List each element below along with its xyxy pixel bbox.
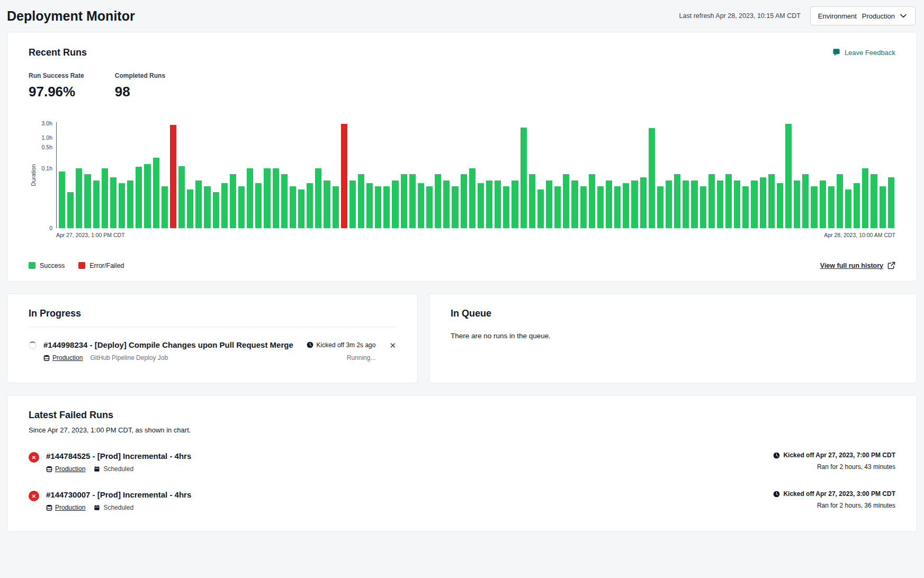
chart-bar-success[interactable]: [383, 186, 390, 228]
chart-bar-success[interactable]: [495, 180, 501, 228]
chart-bar-success[interactable]: [597, 186, 604, 228]
chart-bar-success[interactable]: [614, 186, 621, 228]
chart-bar-success[interactable]: [820, 180, 826, 228]
close-icon[interactable]: ✕: [389, 341, 396, 349]
chart-bar-success[interactable]: [580, 186, 587, 228]
chart-bar-success[interactable]: [862, 168, 868, 228]
chart-bar-success[interactable]: [486, 180, 492, 228]
chart-bar-success[interactable]: [888, 177, 894, 228]
chart-bar-success[interactable]: [144, 164, 150, 228]
chart-bar-success[interactable]: [717, 180, 723, 228]
chart-bar-success[interactable]: [76, 168, 82, 228]
environment-tag[interactable]: Production: [43, 354, 83, 362]
chart-bar-success[interactable]: [298, 189, 304, 228]
chart-bar-success[interactable]: [828, 186, 835, 228]
chart-bar-success[interactable]: [760, 177, 766, 228]
chart-bar-success[interactable]: [631, 180, 638, 228]
chart-bar-success[interactable]: [84, 174, 91, 228]
chart-bar-success[interactable]: [221, 183, 228, 228]
environment-tag[interactable]: Production: [46, 504, 85, 511]
chart-bar-success[interactable]: [443, 180, 450, 228]
chart-bar-success[interactable]: [59, 171, 65, 228]
chart-bar-success[interactable]: [503, 186, 509, 228]
chart-bar-success[interactable]: [401, 174, 407, 228]
environment-select[interactable]: Environment Production: [810, 6, 916, 25]
chart-bar-success[interactable]: [358, 174, 364, 228]
chart-bar-success[interactable]: [153, 158, 159, 228]
chart-bar-success[interactable]: [93, 180, 100, 228]
chart-bar-success[interactable]: [426, 186, 433, 228]
environment-link[interactable]: Production: [52, 354, 83, 362]
leave-feedback-button[interactable]: Leave Feedback: [832, 48, 895, 57]
chart-bar-success[interactable]: [666, 180, 672, 228]
chart-bar-success[interactable]: [136, 167, 142, 228]
chart-bar-success[interactable]: [230, 174, 236, 228]
environment-link[interactable]: Production: [55, 465, 85, 473]
chart-bar-success[interactable]: [247, 168, 253, 228]
chart-bar-success[interactable]: [563, 174, 569, 228]
chart-bar-success[interactable]: [187, 189, 193, 228]
chart-bar-success[interactable]: [452, 186, 458, 228]
chart-bar-error[interactable]: [170, 125, 176, 228]
chart-bar-success[interactable]: [418, 183, 424, 228]
chart-bar-success[interactable]: [657, 186, 663, 228]
chart-bar-error[interactable]: [341, 124, 347, 228]
chart-bar-success[interactable]: [67, 192, 74, 228]
chart-bar-success[interactable]: [742, 186, 749, 228]
chart-bar-success[interactable]: [880, 186, 886, 228]
chart-bar-success[interactable]: [571, 180, 578, 228]
view-full-run-history-link[interactable]: View full run history: [820, 261, 895, 269]
chart-bar-success[interactable]: [307, 183, 313, 228]
chart-bar-success[interactable]: [435, 174, 441, 228]
chart-bar-success[interactable]: [683, 180, 689, 228]
chart-bar-success[interactable]: [751, 180, 757, 228]
chart-bar-success[interactable]: [392, 180, 398, 228]
chart-bar-success[interactable]: [102, 168, 108, 228]
chart-bar-success[interactable]: [854, 183, 860, 228]
chart-bar-success[interactable]: [255, 183, 262, 228]
chart-bar-success[interactable]: [110, 177, 116, 228]
chart-bar-success[interactable]: [845, 189, 851, 228]
chart-bar-success[interactable]: [521, 128, 527, 228]
chart-bar-success[interactable]: [734, 180, 740, 228]
chart-bar-success[interactable]: [768, 174, 775, 228]
chart-bar-success[interactable]: [708, 174, 715, 228]
chart-bar-success[interactable]: [238, 186, 245, 228]
chart-bar-success[interactable]: [785, 124, 792, 228]
chart-bar-success[interactable]: [213, 192, 219, 228]
chart-bar-success[interactable]: [409, 174, 416, 228]
chart-bar-success[interactable]: [725, 174, 732, 228]
chart-bar-success[interactable]: [204, 186, 210, 228]
chart-bar-success[interactable]: [178, 166, 185, 228]
chart-bar-success[interactable]: [640, 177, 647, 228]
chart-bar-success[interactable]: [273, 168, 279, 228]
chart-bar-success[interactable]: [281, 174, 288, 228]
chart-bar-success[interactable]: [794, 180, 800, 228]
chart-bar-success[interactable]: [315, 168, 321, 228]
chart-bar-success[interactable]: [554, 186, 561, 228]
chart-bar-success[interactable]: [700, 186, 706, 228]
chart-bar-success[interactable]: [871, 174, 877, 228]
chart-bar-success[interactable]: [469, 168, 476, 228]
chart-bar-success[interactable]: [324, 180, 330, 228]
chart-bar-success[interactable]: [606, 180, 612, 228]
environment-tag[interactable]: Production: [46, 465, 85, 473]
chart-bar-success[interactable]: [290, 186, 296, 228]
chart-bar-success[interactable]: [811, 186, 817, 228]
environment-link[interactable]: Production: [55, 504, 85, 511]
chart-bar-success[interactable]: [119, 183, 125, 228]
chart-bar-success[interactable]: [802, 174, 809, 228]
chart-bar-success[interactable]: [195, 180, 202, 228]
chart-bar-success[interactable]: [366, 183, 373, 228]
chart-bar-success[interactable]: [478, 183, 484, 228]
chart-bar-success[interactable]: [649, 128, 655, 228]
chart-bar-success[interactable]: [349, 180, 356, 228]
chart-bar-success[interactable]: [461, 174, 467, 228]
chart-bar-success[interactable]: [546, 180, 552, 228]
chart-bar-success[interactable]: [623, 183, 629, 228]
chart-bar-success[interactable]: [691, 180, 697, 228]
chart-bar-success[interactable]: [674, 174, 680, 228]
chart-bar-success[interactable]: [837, 174, 843, 228]
chart-bar-success[interactable]: [264, 168, 270, 228]
chart-bar-success[interactable]: [162, 186, 168, 228]
